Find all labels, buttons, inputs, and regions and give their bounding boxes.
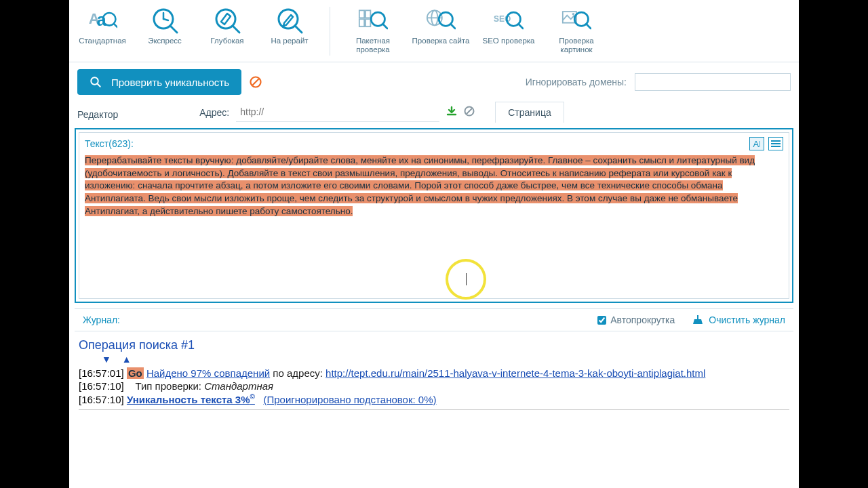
svg-point-27 bbox=[572, 13, 575, 16]
editor-tab-label: Редактор bbox=[77, 105, 118, 120]
svg-line-17 bbox=[383, 24, 387, 28]
operation-title: Операция поиска #1 bbox=[79, 338, 789, 352]
log-line: [16:57:10] Уникальность текста 3%© (Прои… bbox=[79, 393, 789, 405]
check-uniqueness-button[interactable]: Проверить уникальность bbox=[77, 69, 241, 95]
clock-magnifier-icon bbox=[150, 5, 180, 35]
svg-rect-12 bbox=[359, 10, 364, 18]
tb-images[interactable]: Проверка картинок bbox=[547, 4, 606, 54]
deep-magnifier-icon bbox=[212, 5, 242, 35]
log-title: Журнал: bbox=[83, 314, 120, 325]
svg-line-33 bbox=[252, 79, 258, 85]
log-line: [16:57:10] Тип проверки: Стандартная bbox=[79, 380, 789, 392]
svg-line-11 bbox=[296, 26, 302, 33]
svg-line-7 bbox=[171, 26, 177, 33]
clear-log-button[interactable]: Очистить журнал bbox=[692, 314, 785, 325]
svg-line-6 bbox=[163, 19, 168, 20]
uniqueness-link[interactable]: Уникальность текста 3%© bbox=[127, 394, 255, 405]
tb-standard[interactable]: Aa Стандартная bbox=[76, 4, 129, 45]
tb-rewrite[interactable]: На рерайт bbox=[263, 4, 316, 45]
svg-line-36 bbox=[467, 108, 472, 114]
stop-icon[interactable] bbox=[250, 76, 262, 88]
autoscroll-toggle[interactable]: Автопрокрутка bbox=[597, 314, 675, 325]
editor-panel: Текст(623): A| Перерабатывайте тексты вр… bbox=[75, 128, 793, 303]
page-tab[interactable]: Страница bbox=[495, 102, 564, 123]
tb-batch[interactable]: Пакетная проверка bbox=[344, 4, 402, 54]
address-label: Адрес: bbox=[199, 107, 229, 118]
sort-arrows-icon[interactable]: ▼ ▲ bbox=[102, 354, 789, 365]
source-url-link[interactable]: http://tept.edu.ru/main/2511-halyava-v-i… bbox=[326, 367, 705, 379]
svg-line-29 bbox=[587, 24, 591, 28]
svg-rect-14 bbox=[359, 19, 364, 26]
text-magnifier-icon: Aa bbox=[87, 5, 117, 35]
editor-text[interactable]: Перерабатывайте тексты вручную: добавляй… bbox=[85, 155, 783, 218]
cancel-address-icon[interactable] bbox=[464, 106, 475, 119]
editor-area[interactable]: Текст(623): A| Перерабатывайте тексты вр… bbox=[79, 132, 789, 299]
ignore-domains-label: Игнорировать домены: bbox=[526, 77, 627, 87]
tb-express[interactable]: Экспресс bbox=[138, 4, 191, 45]
top-toolbar: Aa Стандартная Экспресс Глубокая На рера… bbox=[69, 0, 799, 62]
tb-site[interactable]: Проверка сайта bbox=[412, 4, 470, 45]
highlight-tool-icon[interactable]: A| bbox=[749, 137, 764, 150]
svg-line-3 bbox=[114, 24, 117, 27]
svg-point-8 bbox=[216, 9, 235, 28]
globe-magnifier-icon bbox=[426, 5, 456, 35]
search-icon bbox=[90, 76, 102, 88]
list-tool-icon[interactable] bbox=[768, 137, 783, 150]
autoscroll-checkbox[interactable] bbox=[597, 316, 606, 325]
tb-seo[interactable]: SEO SEO проверка bbox=[479, 4, 538, 45]
seo-magnifier-icon: SEO bbox=[494, 5, 524, 35]
image-magnifier-icon bbox=[561, 5, 591, 35]
broom-icon bbox=[692, 314, 703, 325]
svg-line-9 bbox=[233, 26, 239, 33]
svg-line-31 bbox=[97, 83, 100, 87]
svg-rect-13 bbox=[366, 10, 370, 18]
ignore-domains-input[interactable] bbox=[635, 73, 791, 91]
grid-magnifier-icon bbox=[358, 5, 388, 35]
address-input[interactable] bbox=[236, 103, 439, 122]
log-line: [16:57:01] Go Найдено 97% совпадений по … bbox=[79, 367, 789, 379]
tb-deep[interactable]: Глубокая bbox=[201, 4, 254, 45]
go-badge[interactable]: Go bbox=[127, 367, 144, 379]
pencil-magnifier-icon bbox=[275, 5, 304, 35]
cursor-indicator-icon bbox=[446, 259, 486, 300]
log-body: Операция поиска #1 ▼ ▲ [16:57:01] Go Най… bbox=[69, 331, 799, 410]
ignored-link[interactable]: (Проигнорировано подстановок: 0%) bbox=[263, 394, 436, 405]
svg-line-25 bbox=[519, 24, 523, 28]
toolbar-separator bbox=[330, 7, 330, 56]
svg-rect-15 bbox=[366, 19, 370, 26]
svg-line-22 bbox=[451, 24, 455, 28]
text-count-label: Текст(623): bbox=[85, 138, 134, 149]
download-icon[interactable] bbox=[446, 106, 457, 119]
match-link[interactable]: Найдено 97% совпадений bbox=[146, 367, 270, 379]
